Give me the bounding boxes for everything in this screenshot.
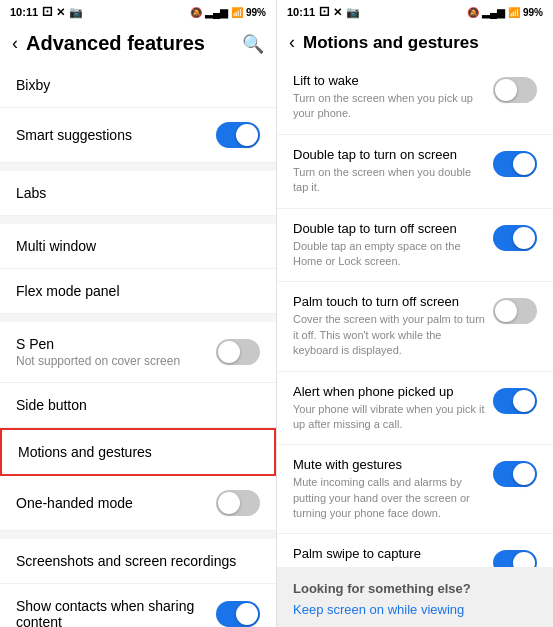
menu-item-contacts[interactable]: Show contacts when sharing content [0, 584, 276, 627]
menu-item-flex[interactable]: Flex mode panel [0, 269, 276, 314]
menu-label-one-handed: One-handed mode [16, 495, 133, 511]
menu-label-labs: Labs [16, 185, 46, 201]
top-bar-left-group: ‹ Advanced features [12, 32, 205, 55]
menu-item-spen[interactable]: S Pen Not supported on cover screen [0, 322, 276, 383]
detail-label-palm-touch: Palm touch to turn off screen [293, 294, 485, 309]
detail-label-lift: Lift to wake [293, 73, 485, 88]
toggle-knob-mute [513, 463, 535, 485]
toggle-smart-suggestions[interactable] [216, 122, 260, 148]
menu-label-smart: Smart suggestions [16, 127, 132, 143]
toggle-knob-spen [218, 341, 240, 363]
menu-item-side-button[interactable]: Side button [0, 383, 276, 428]
toggle-knob-contacts [236, 603, 258, 625]
mute-icon-right: 🔕 [467, 7, 479, 18]
detail-desc-alert: Your phone will vibrate when you pick it… [293, 402, 485, 433]
left-panel: 10:11 ⚀ ✕ 📷 🔕 ▂▄▆ 📶 99% ‹ Advanced featu… [0, 0, 276, 627]
gap-4 [0, 531, 276, 539]
right-panel: 10:11 ⚀ ✕ 📷 🔕 ▂▄▆ 📶 99% ‹ Motions and ge… [276, 0, 553, 627]
time-left: 10:11 [10, 6, 38, 18]
menu-item-screenshots[interactable]: Screenshots and screen recordings [0, 539, 276, 584]
detail-desc-lift: Turn on the screen when you pick up your… [293, 91, 485, 122]
top-bar-right: ‹ Motions and gestures [277, 24, 553, 61]
wifi-icon: 📶 [231, 7, 243, 18]
signal-icon: ▂▄▆ [205, 7, 228, 18]
gap-1 [0, 163, 276, 171]
gap-2 [0, 216, 276, 224]
detail-label-palm-swipe: Palm swipe to capture [293, 546, 485, 561]
toggle-double-tap-on[interactable] [493, 151, 537, 177]
toggle-knob-dtap-on [513, 153, 535, 175]
toggle-knob-lift [495, 79, 517, 101]
right-screen-title: Motions and gestures [303, 33, 479, 53]
status-bar-left: 10:11 ⚀ ✕ 📷 🔕 ▂▄▆ 📶 99% [0, 0, 276, 24]
wifi-icon-right: 📶 [508, 7, 520, 18]
detail-double-tap-off[interactable]: Double tap to turn off screen Double tap… [277, 209, 553, 283]
toggle-knob-palm-swipe [513, 552, 535, 567]
toggle-knob-smart [236, 124, 258, 146]
menu-item-smart-suggestions[interactable]: Smart suggestions [0, 108, 276, 163]
gap-3 [0, 314, 276, 322]
back-button-right[interactable]: ‹ [289, 32, 295, 53]
detail-palm-swipe[interactable]: Palm swipe to capture Swipe the edge of … [277, 534, 553, 567]
detail-alert-pickup[interactable]: Alert when phone picked up Your phone wi… [277, 372, 553, 446]
battery-left: 99% [246, 7, 266, 18]
status-time-right: 10:11 ⚀ ✕ 📷 [287, 5, 360, 19]
footer-link[interactable]: Keep screen on while viewing [293, 602, 537, 617]
detail-mute-gestures[interactable]: Mute with gestures Mute incoming calls a… [277, 445, 553, 534]
detail-label-mute: Mute with gestures [293, 457, 485, 472]
toggle-palm-swipe[interactable] [493, 550, 537, 567]
time-right: 10:11 [287, 6, 315, 18]
status-bar-right: 10:11 ⚀ ✕ 📷 🔕 ▂▄▆ 📶 99% [277, 0, 553, 24]
detail-desc-dtap-on: Turn on the screen when you double tap i… [293, 165, 485, 196]
signal-icon-right: ▂▄▆ [482, 7, 505, 18]
detail-double-tap-on[interactable]: Double tap to turn on screen Turn on the… [277, 135, 553, 209]
toggle-knob-palm-touch [495, 300, 517, 322]
menu-item-labs[interactable]: Labs [0, 171, 276, 216]
toggle-contacts[interactable] [216, 601, 260, 627]
search-button-left[interactable]: 🔍 [242, 33, 264, 55]
toggle-palm-touch[interactable] [493, 298, 537, 324]
menu-sub-spen: Not supported on cover screen [16, 354, 180, 368]
menu-label-flex: Flex mode panel [16, 283, 120, 299]
left-screen-title: Advanced features [26, 32, 205, 55]
top-bar-left: ‹ Advanced features 🔍 [0, 24, 276, 63]
status-icons-left: 🔕 ▂▄▆ 📶 99% [190, 7, 266, 18]
toggle-mute-gestures[interactable] [493, 461, 537, 487]
detail-label-alert: Alert when phone picked up [293, 384, 485, 399]
detail-label-dtap-off: Double tap to turn off screen [293, 221, 485, 236]
toggle-one-handed[interactable] [216, 490, 260, 516]
menu-label-contacts: Show contacts when sharing content [16, 598, 216, 627]
menu-label-spen: S Pen [16, 336, 180, 352]
toggle-double-tap-off[interactable] [493, 225, 537, 251]
toggle-knob-dtap-off [513, 227, 535, 249]
detail-palm-touch[interactable]: Palm touch to turn off screen Cover the … [277, 282, 553, 371]
mute-icon: 🔕 [190, 7, 202, 18]
menu-item-one-handed[interactable]: One-handed mode [0, 476, 276, 531]
menu-label-side: Side button [16, 397, 87, 413]
menu-label-motions: Motions and gestures [18, 444, 152, 460]
menu-label-multi: Multi window [16, 238, 96, 254]
detail-list: Lift to wake Turn on the screen when you… [277, 61, 553, 567]
detail-desc-mute: Mute incoming calls and alarms by puttin… [293, 475, 485, 521]
menu-item-bixby[interactable]: Bixby [0, 63, 276, 108]
status-icons-right: 🔕 ▂▄▆ 📶 99% [467, 7, 543, 18]
toggle-lift-wake[interactable] [493, 77, 537, 103]
status-time-left: 10:11 ⚀ ✕ 📷 [10, 5, 83, 19]
detail-lift-wake[interactable]: Lift to wake Turn on the screen when you… [277, 61, 553, 135]
detail-desc-dtap-off: Double tap an empty space on the Home or… [293, 239, 485, 270]
back-button-left[interactable]: ‹ [12, 33, 18, 54]
menu-label-bixby: Bixby [16, 77, 50, 93]
top-bar-right-group: ‹ Motions and gestures [289, 32, 479, 53]
detail-desc-palm-touch: Cover the screen with your palm to turn … [293, 312, 485, 358]
toggle-alert-pickup[interactable] [493, 388, 537, 414]
footer-section: Looking for something else? Keep screen … [277, 567, 553, 627]
toggle-knob-one-handed [218, 492, 240, 514]
menu-item-motions[interactable]: Motions and gestures [0, 428, 276, 476]
toggle-spen[interactable] [216, 339, 260, 365]
menu-label-screenshots: Screenshots and screen recordings [16, 553, 236, 569]
left-menu-list: Bixby Smart suggestions Labs Multi windo… [0, 63, 276, 627]
menu-item-multi-window[interactable]: Multi window [0, 224, 276, 269]
footer-title: Looking for something else? [293, 581, 537, 596]
battery-right: 99% [523, 7, 543, 18]
toggle-knob-alert [513, 390, 535, 412]
